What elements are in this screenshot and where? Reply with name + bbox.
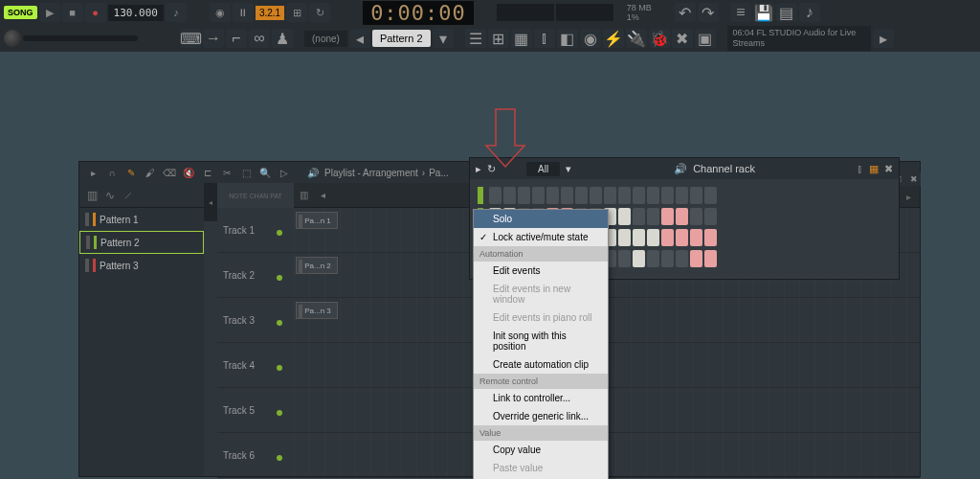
pattern-list-item[interactable]: Pattern 1 bbox=[79, 208, 204, 231]
step-button[interactable] bbox=[618, 208, 631, 225]
wait-button[interactable]: ⏸ bbox=[233, 3, 254, 22]
slice-icon[interactable]: ✂ bbox=[219, 165, 234, 180]
export-button[interactable]: ♪ bbox=[799, 3, 820, 22]
step-button[interactable] bbox=[647, 229, 659, 246]
step-button[interactable] bbox=[575, 187, 588, 204]
close-windows-icon[interactable]: ✖ bbox=[672, 29, 693, 48]
rack-graph-icon[interactable]: ⫿ bbox=[858, 163, 863, 174]
magnet-icon[interactable]: ∩ bbox=[104, 165, 120, 180]
snap-icon[interactable]: ⌐ bbox=[226, 29, 247, 48]
step-button[interactable] bbox=[618, 250, 631, 267]
rack-filter-dropdown-icon[interactable]: ▾ bbox=[566, 163, 571, 175]
bg-chevron-icon[interactable]: ▸ bbox=[906, 192, 911, 202]
brush-icon[interactable]: 🖌 bbox=[143, 165, 158, 180]
step-button[interactable] bbox=[690, 187, 702, 204]
menu-item[interactable]: Copy value bbox=[474, 441, 608, 459]
track-header[interactable]: Track 3 bbox=[217, 298, 294, 343]
step-button[interactable] bbox=[633, 229, 645, 246]
step-button[interactable] bbox=[618, 187, 631, 204]
pencil-icon[interactable]: ✎ bbox=[123, 165, 139, 180]
midi-icon[interactable]: ♟ bbox=[272, 29, 293, 48]
picker-collapse-button[interactable]: ◂ bbox=[204, 183, 217, 221]
step-button[interactable] bbox=[704, 250, 717, 267]
picker-tab-patterns[interactable]: ▥ bbox=[87, 189, 98, 202]
ruler-back-icon[interactable]: ◂ bbox=[313, 186, 332, 205]
beat-display[interactable]: 3.2.1 bbox=[256, 6, 284, 20]
select-icon[interactable]: ⬚ bbox=[238, 165, 254, 180]
step-button[interactable] bbox=[661, 187, 674, 204]
step-button[interactable] bbox=[704, 229, 717, 246]
channel-mute-led[interactable] bbox=[478, 187, 483, 204]
track-header[interactable]: Track 1 bbox=[217, 208, 294, 253]
save-button[interactable]: 💾 bbox=[753, 3, 774, 22]
tool-icon[interactable]: 🔌 bbox=[626, 29, 647, 48]
playback-icon[interactable]: ▷ bbox=[277, 165, 292, 180]
step-button[interactable] bbox=[647, 208, 659, 225]
view-playlist-icon[interactable]: ☰ bbox=[465, 29, 486, 48]
typing-keyboard-icon[interactable]: ⌨ bbox=[180, 29, 201, 48]
pattern-clip[interactable]: Pa...n 1 bbox=[296, 212, 338, 229]
menu-item[interactable]: Override generic link... bbox=[474, 407, 608, 425]
menu-item[interactable]: Solo bbox=[474, 210, 608, 228]
slip-icon[interactable]: ⊏ bbox=[200, 165, 215, 180]
time-display[interactable]: 0:00:00 bbox=[363, 1, 474, 25]
step-button[interactable] bbox=[676, 229, 688, 246]
pattern-clip[interactable]: Pa...n 2 bbox=[296, 257, 338, 274]
step-button[interactable] bbox=[546, 187, 559, 204]
prev-pattern-button[interactable]: ◂ bbox=[349, 29, 370, 48]
pattern-clip[interactable]: Pa...n 3 bbox=[296, 302, 338, 319]
plugin-icon[interactable]: ⚡ bbox=[603, 29, 624, 48]
step-button[interactable] bbox=[704, 187, 717, 204]
step-button[interactable] bbox=[676, 208, 688, 225]
link-midi-icon[interactable]: ∞ bbox=[249, 29, 270, 48]
picker-tab-automation[interactable]: ⟋ bbox=[122, 189, 134, 202]
open-button[interactable]: ≡ bbox=[730, 3, 751, 22]
tempo-tap-button[interactable]: ♪ bbox=[166, 3, 187, 22]
debug-icon[interactable]: 🐞 bbox=[649, 29, 670, 48]
menu-item[interactable]: Link to controller... bbox=[474, 389, 608, 407]
undo-button[interactable]: ↶ bbox=[675, 3, 696, 22]
pattern-selector[interactable]: Pattern 2 bbox=[372, 30, 431, 47]
step-button[interactable] bbox=[633, 250, 645, 267]
step-button[interactable] bbox=[661, 250, 674, 267]
countdown-button[interactable]: ⊞ bbox=[286, 3, 307, 22]
menu-item[interactable]: Edit events bbox=[474, 262, 608, 280]
tempo-tap-icon[interactable]: ◉ bbox=[580, 29, 601, 48]
step-button[interactable] bbox=[647, 250, 659, 267]
step-button[interactable] bbox=[690, 250, 702, 267]
step-button[interactable] bbox=[590, 187, 602, 204]
play-icon[interactable]: ▸ bbox=[85, 165, 100, 180]
bg-close-icon[interactable]: ✖ bbox=[907, 172, 921, 186]
overdub-button[interactable]: ↻ bbox=[309, 3, 330, 22]
stop-button[interactable]: ■ bbox=[62, 3, 83, 22]
track-header[interactable]: Track 2 bbox=[217, 253, 294, 298]
picker-tab-audio[interactable]: ∿ bbox=[105, 189, 115, 202]
view-mixer-icon[interactable]: ⫿ bbox=[534, 29, 555, 48]
step-button[interactable] bbox=[704, 208, 717, 225]
step-button[interactable] bbox=[532, 187, 545, 204]
ruler-menu-icon[interactable]: ▥ bbox=[294, 186, 313, 205]
render-button[interactable]: ▤ bbox=[776, 3, 797, 22]
step-button[interactable] bbox=[604, 187, 616, 204]
step-button[interactable] bbox=[489, 187, 501, 204]
step-button[interactable] bbox=[503, 187, 516, 204]
link-icon[interactable]: → bbox=[203, 29, 224, 48]
step-button[interactable] bbox=[561, 187, 573, 204]
menu-item[interactable]: Lock active/mute state bbox=[474, 228, 608, 246]
step-button[interactable] bbox=[647, 187, 659, 204]
step-button[interactable] bbox=[690, 229, 702, 246]
zoom-icon[interactable]: 🔍 bbox=[257, 165, 273, 180]
song-mode-button[interactable]: SONG bbox=[4, 6, 37, 19]
tempo-display[interactable]: 130.000 bbox=[108, 5, 164, 21]
metronome-button[interactable]: ◉ bbox=[210, 3, 231, 22]
record-button[interactable]: ● bbox=[85, 3, 106, 22]
view-browser-icon[interactable]: ◧ bbox=[557, 29, 578, 48]
menu-item[interactable]: Create automation clip bbox=[474, 355, 608, 374]
track-header[interactable]: Track 4 bbox=[217, 343, 294, 388]
pattern-list-item[interactable]: Pattern 2 bbox=[79, 231, 204, 254]
channel-rack-titlebar[interactable]: ▸ ↻ All ▾ 🔊 Channel rack ⫿ ▦ ✖ bbox=[470, 158, 899, 179]
redo-button[interactable]: ↷ bbox=[698, 3, 719, 22]
master-pitch-slider[interactable] bbox=[23, 35, 138, 41]
news-icon[interactable]: ▣ bbox=[695, 29, 716, 48]
track-header[interactable]: Track 5 bbox=[217, 388, 294, 433]
